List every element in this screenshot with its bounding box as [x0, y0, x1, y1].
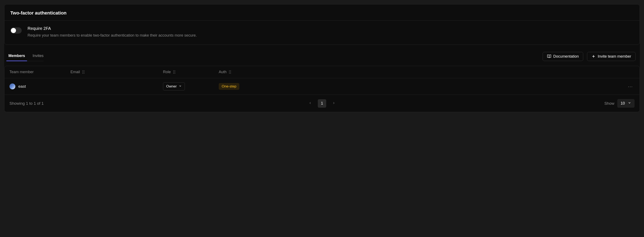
column-header-email[interactable]: Email	[70, 70, 163, 74]
chevron-down-icon	[628, 101, 631, 106]
drag-handle-icon[interactable]	[82, 70, 84, 74]
require-2fa-description: Require your team members to enable two-…	[28, 32, 634, 38]
invite-team-member-button[interactable]: Invite team member	[587, 52, 636, 61]
require-2fa-toggle[interactable]	[10, 27, 22, 34]
book-icon	[547, 54, 551, 58]
drag-handle-icon[interactable]	[229, 70, 231, 74]
column-header-auth[interactable]: Auth	[219, 70, 282, 74]
previous-page-button[interactable]	[307, 100, 314, 107]
documentation-label: Documentation	[553, 54, 579, 59]
pagination-info: Showing 1 to 1 of 1	[10, 101, 44, 106]
auth-badge: One-step	[219, 83, 239, 90]
column-header-team-member: Team member	[10, 70, 70, 74]
drag-handle-icon[interactable]	[173, 70, 175, 74]
tfa-card-title: Two-factor authentication	[10, 10, 634, 16]
tab-members[interactable]: Members	[8, 52, 25, 61]
tab-invites[interactable]: Invites	[32, 52, 44, 61]
toggle-knob	[11, 28, 16, 33]
column-header-role[interactable]: Role	[163, 70, 219, 74]
table-row: east Owner One-step ···	[4, 78, 640, 95]
invite-label: Invite team member	[598, 54, 631, 59]
next-page-button[interactable]	[330, 100, 337, 107]
two-factor-auth-card: Two-factor authentication Require 2FA Re…	[4, 4, 640, 45]
tab-list: Members Invites	[8, 52, 44, 61]
members-table: Team member Email Role Auth	[4, 66, 640, 112]
page-size-label: Show	[604, 101, 614, 106]
more-actions-button[interactable]: ···	[626, 83, 634, 90]
chevron-down-icon	[179, 84, 182, 88]
page-size-select[interactable]: 10	[617, 99, 634, 108]
member-name: east	[18, 84, 26, 89]
pagination-controls: 1	[307, 99, 337, 108]
documentation-button[interactable]: Documentation	[543, 52, 583, 61]
require-2fa-label: Require 2FA	[28, 26, 634, 31]
plus-icon	[592, 54, 596, 58]
current-page-number[interactable]: 1	[318, 99, 326, 108]
table-header-row: Team member Email Role Auth	[4, 66, 640, 78]
role-select[interactable]: Owner	[163, 82, 185, 90]
page-size-value: 10	[621, 101, 625, 106]
role-value: Owner	[166, 84, 177, 88]
avatar	[10, 84, 15, 89]
